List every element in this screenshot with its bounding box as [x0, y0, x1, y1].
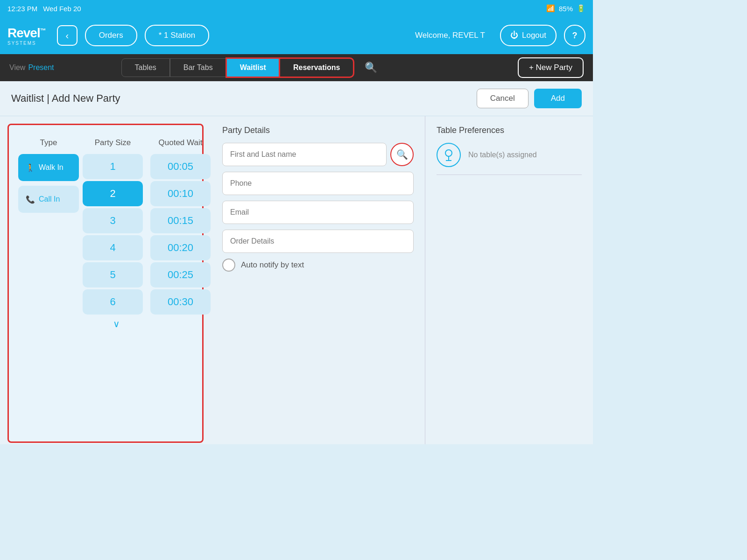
name-search-button[interactable]: 🔍 — [390, 143, 414, 166]
chevron-row[interactable]: ∨ — [18, 315, 214, 329]
selector-table: Type Party Size Quoted Wait 🚶 Walk In 📞 … — [18, 134, 193, 329]
walk-icon: 🚶 — [26, 163, 35, 172]
wait-item-5: 00:25 — [150, 262, 211, 287]
battery-display: 85% — [559, 5, 573, 13]
email-input[interactable] — [222, 201, 414, 224]
no-table-row: No table(s) assigned — [437, 143, 582, 175]
table-icon — [437, 143, 461, 167]
back-button[interactable]: ‹ — [57, 25, 78, 46]
order-details-input[interactable] — [222, 230, 414, 253]
call-in-label: Call In — [39, 195, 60, 203]
middle-panel: Party Details 🔍 Auto notify by text — [211, 116, 425, 444]
tab-bar-tabs[interactable]: Bar Tabs — [170, 58, 226, 77]
auto-notify-radio[interactable] — [222, 259, 235, 272]
logo-tm: ™ — [40, 27, 46, 34]
battery-icon: 🔋 — [577, 4, 585, 13]
search-round-icon: 🔍 — [396, 149, 408, 160]
wait-item-2: 00:10 — [150, 181, 211, 206]
logo-systems: SYSTEMS — [7, 41, 36, 46]
date-display: Wed Feb 20 — [43, 5, 81, 13]
walk-in-button[interactable]: 🚶 Walk In — [18, 154, 79, 181]
table-preferences-title: Table Preferences — [437, 126, 582, 135]
size-item-6[interactable]: 6 — [83, 289, 143, 315]
svg-point-0 — [445, 150, 452, 156]
logo-text: Revel™ — [7, 26, 46, 41]
email-row — [222, 201, 414, 224]
orders-button[interactable]: Orders — [85, 25, 137, 46]
wait-item-6: 00:30 — [150, 289, 211, 315]
right-panel: Table Preferences No table(s) assigned — [425, 116, 593, 444]
page-title: Waitlist | Add New Party — [11, 92, 120, 105]
size-item-5[interactable]: 5 — [83, 262, 143, 287]
call-in-button[interactable]: 📞 Call In — [18, 186, 79, 213]
page-title-bar: Waitlist | Add New Party Cancel Add — [0, 81, 593, 116]
wait-column: 00:05 00:10 00:15 00:20 00:25 00:30 — [147, 154, 214, 315]
logo-revel: Revel — [7, 26, 40, 40]
col-header-size: Party Size — [79, 134, 147, 154]
tab-reservations[interactable]: Reservations — [280, 58, 354, 77]
size-item-1[interactable]: 1 — [83, 154, 143, 179]
no-table-text: No table(s) assigned — [468, 151, 537, 159]
party-details-title: Party Details — [222, 126, 414, 135]
phone-row — [222, 172, 414, 195]
secondary-nav: View Present Tables Bar Tabs Waitlist Re… — [0, 54, 593, 81]
col-header-wait: Quoted Wait — [147, 134, 214, 154]
view-present: Present — [28, 63, 54, 72]
size-item-3[interactable]: 3 — [83, 208, 143, 233]
size-column: 1 2 3 4 5 6 — [79, 154, 147, 315]
cancel-button[interactable]: Cancel — [477, 89, 529, 108]
walk-in-label: Walk In — [39, 163, 63, 172]
logout-icon: ⏻ — [510, 31, 518, 40]
chevron-down-icon: ∨ — [113, 319, 120, 329]
title-actions: Cancel Add — [477, 89, 582, 108]
type-column: 🚶 Walk In 📞 Call In — [18, 154, 79, 315]
new-party-button[interactable]: + New Party — [518, 57, 584, 78]
status-bar: 12:23 PM Wed Feb 20 📶 85% 🔋 — [0, 0, 593, 17]
size-item-4[interactable]: 4 — [83, 235, 143, 260]
logout-label: Logout — [522, 31, 546, 40]
add-button[interactable]: Add — [534, 89, 582, 108]
wifi-icon: 📶 — [546, 4, 555, 13]
phone-input[interactable] — [222, 172, 414, 195]
tab-group: Tables Bar Tabs Waitlist Reservations — [121, 58, 354, 77]
tab-waitlist[interactable]: Waitlist — [226, 58, 280, 77]
size-item-2[interactable]: 2 — [83, 181, 143, 206]
notify-row: Auto notify by text — [222, 259, 414, 272]
time-display: 12:23 PM — [7, 5, 37, 13]
wait-item-3: 00:15 — [150, 208, 211, 233]
help-button[interactable]: ? — [564, 25, 585, 46]
tab-tables[interactable]: Tables — [121, 58, 170, 77]
new-party-label: + New Party — [529, 63, 572, 72]
logout-button[interactable]: ⏻ Logout — [500, 25, 557, 46]
view-label: View — [9, 63, 25, 72]
search-icon: 🔍 — [365, 62, 377, 74]
logo: Revel™ SYSTEMS — [7, 26, 46, 46]
order-details-row — [222, 230, 414, 253]
left-panel: Type Party Size Quoted Wait 🚶 Walk In 📞 … — [7, 124, 204, 443]
phone-icon: 📞 — [26, 195, 35, 204]
col-header-type: Type — [18, 134, 79, 154]
wait-item-4: 00:20 — [150, 235, 211, 260]
main-body: Type Party Size Quoted Wait 🚶 Walk In 📞 … — [0, 116, 593, 444]
search-button[interactable]: 🔍 — [365, 62, 377, 74]
header: Revel™ SYSTEMS ‹ Orders * 1 Station Welc… — [0, 17, 593, 54]
auto-notify-label: Auto notify by text — [241, 260, 304, 270]
welcome-text: Welcome, REVEL T — [217, 31, 485, 40]
station-button[interactable]: * 1 Station — [145, 25, 209, 46]
name-input[interactable] — [222, 143, 387, 166]
name-row: 🔍 — [222, 143, 414, 166]
wait-item-1: 00:05 — [150, 154, 211, 179]
